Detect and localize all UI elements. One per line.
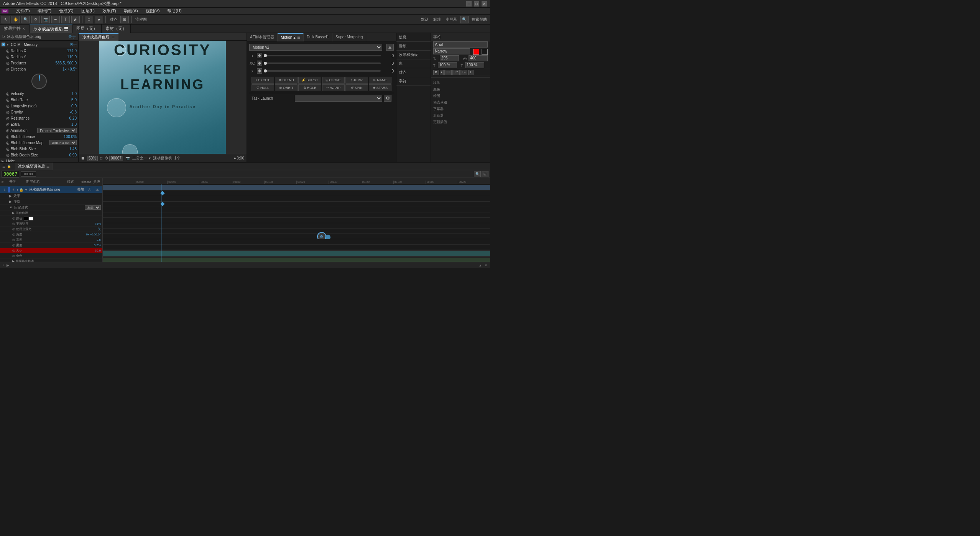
layer-1-expand[interactable]: ▼ [24,188,28,192]
bevel-uselight-value[interactable]: 关 [98,227,101,231]
stroke-color-swatch[interactable] [482,49,488,55]
menu-view[interactable]: 视图(V) [144,8,161,14]
frame-value[interactable]: 00067 [109,156,123,161]
slider2-track[interactable] [264,62,381,64]
resistance-value[interactable]: 0.20 [58,116,77,120]
bevel-soft-value[interactable]: 0.5% [94,243,101,247]
tracking-input[interactable] [469,55,488,61]
subscript-btn[interactable]: T₋ [460,70,468,75]
blob-influence-value[interactable]: 100.0% [58,135,77,139]
slider1-track[interactable] [264,55,381,56]
bevel-color-swatch[interactable] [24,217,28,220]
zoom-value[interactable]: 50% [87,156,98,161]
light-toggle[interactable]: ▶ [2,159,5,163]
scale-h-input[interactable] [438,62,457,68]
pen-tool[interactable]: ✒ [51,16,60,23]
slider1-keyframe[interactable] [257,53,262,58]
status-add-btn[interactable]: + [2,263,4,267]
select-tool[interactable]: ↖ [2,16,10,23]
info-tab-info[interactable]: 信息 [396,33,431,42]
name-btn[interactable]: ✏NAME [369,77,391,84]
motion-version-dropdown[interactable]: Motion v2 [249,44,382,51]
stars-btn[interactable]: ★STARS [369,84,391,91]
longevity-value[interactable]: 0.0 [58,104,77,108]
info-tab-align[interactable]: 对齐 [396,68,431,77]
status-play-btn[interactable]: ▶ [7,263,9,267]
zoom-tool[interactable]: 🔍 [21,16,30,23]
orbit-btn[interactable]: ⊕ORBIT [275,84,298,91]
font-size-input[interactable] [440,55,459,61]
slider2-keyframe[interactable] [257,61,262,66]
text-tool[interactable]: T [61,16,70,23]
tab-effect-controls-close[interactable]: ✕ [22,27,25,31]
effect-controls-about[interactable]: 关于 [68,34,76,39]
bevel-size-value[interactable]: 30.0 [95,249,101,252]
playhead[interactable] [161,184,161,262]
bold-btn[interactable]: B [433,70,439,75]
superscript-btn[interactable]: T⁺ [452,70,460,75]
font-name-input[interactable] [433,41,488,48]
cc-mercury-toggle[interactable]: ▼ [6,43,10,46]
menu-help[interactable]: 帮助(H) [166,8,183,14]
info-tab-library[interactable]: 库 [396,59,431,68]
slider1-arrow[interactable]: › [249,53,255,59]
bevel-angle-value[interactable]: 0x +100.0° [86,233,101,236]
slider3-arrow[interactable]: › [249,68,255,74]
resolution-dropdown[interactable]: 二分之一 ▾ [132,156,151,161]
info-tab-audio[interactable]: 音频 [396,42,431,51]
menu-file[interactable]: 文件(F) [15,8,31,14]
scale-v-input[interactable] [465,62,484,68]
menu-layer[interactable]: 图层(L) [80,8,96,14]
extra-value[interactable]: 1.0 [58,122,77,127]
search-btn[interactable]: 🔍 [460,16,469,23]
brush-tool[interactable]: 🖌 [71,16,80,23]
close-button[interactable]: ✕ [482,1,487,7]
bevel-opacity-value[interactable]: 75% [95,222,101,225]
layer-1-switch1[interactable]: 无 [88,187,95,192]
layer-1-effects-row[interactable]: ▶ 效果 [0,193,102,199]
always-preview-icon[interactable]: ⏹ [81,156,85,160]
tt-btn[interactable]: TT [444,70,452,75]
tab-ae-manager[interactable]: AE脚本管理器 [247,33,278,41]
timeline-tab-menu[interactable]: ☰ [46,164,49,168]
birth-rate-value[interactable]: 5.0 [58,98,77,102]
excite-btn[interactable]: +EXCITE [252,77,274,84]
direction-value[interactable]: 1x +0.5° [58,67,77,71]
text-color-swatch[interactable] [473,49,479,55]
tab-effect-controls[interactable]: 效果控件 ✕ [0,25,30,33]
radius-x-value[interactable]: 174.0 [58,49,77,53]
cc-mercury-about[interactable]: 关于 [70,42,77,47]
slider3-keyframe[interactable] [257,68,262,74]
camera-tool[interactable]: 📷 [41,16,50,23]
viewer-tab-menu[interactable]: ☰ [112,35,115,39]
tab-motion2[interactable]: Motion 2 ☰ [278,33,303,41]
menu-effect[interactable]: 效果(T) [101,8,118,14]
fit-icon[interactable]: □ [100,156,102,160]
tl-toggle-btn[interactable]: ⊞ [482,171,488,177]
animation-dropdown[interactable]: Fractal Explosive [37,128,77,133]
timeline-tab[interactable]: 冰水成晶调色后 ☰ [15,163,53,170]
direction-dial[interactable] [31,74,47,89]
transform-expand[interactable]: ▶ [9,200,12,204]
snap-btn[interactable]: ⊞ [120,16,129,23]
layer-1-bevel-row[interactable]: ▼ 固定形式 相同 [0,205,102,210]
role-btn[interactable]: ⚙ROLE [298,84,321,91]
layer-1-solo[interactable]: ● [16,188,18,192]
layer-1-transform-row[interactable]: ▶ 变换 [0,199,102,205]
slider3-track[interactable] [264,70,381,72]
bevel-type-dropdown[interactable]: 相同 [85,205,101,210]
bevel-expand[interactable]: ▼ [9,206,13,209]
light-section-header[interactable]: ▶ Light [0,158,78,162]
producer-value[interactable]: 583.5, 900.0 [55,61,77,65]
timecode-display[interactable]: 00067 [2,171,19,178]
velocity-value[interactable]: 1.0 [58,92,77,96]
menu-animation[interactable]: 动画(A) [122,8,140,14]
blend-expand-icon[interactable]: ▶ [12,211,15,215]
snapshot-icon[interactable]: 📷 [125,156,130,160]
maximize-button[interactable]: □ [474,1,479,7]
hand-tool[interactable]: ✋ [12,16,20,23]
viewer-area[interactable]: KEEP CURIOSITY KEEP LEARNING Another Day… [79,41,247,154]
info-tab-effects[interactable]: 效果和预设 [396,51,431,59]
burst-btn[interactable]: ⚡BURST [298,77,321,84]
warp-btn[interactable]: 〰WARP [322,84,345,91]
